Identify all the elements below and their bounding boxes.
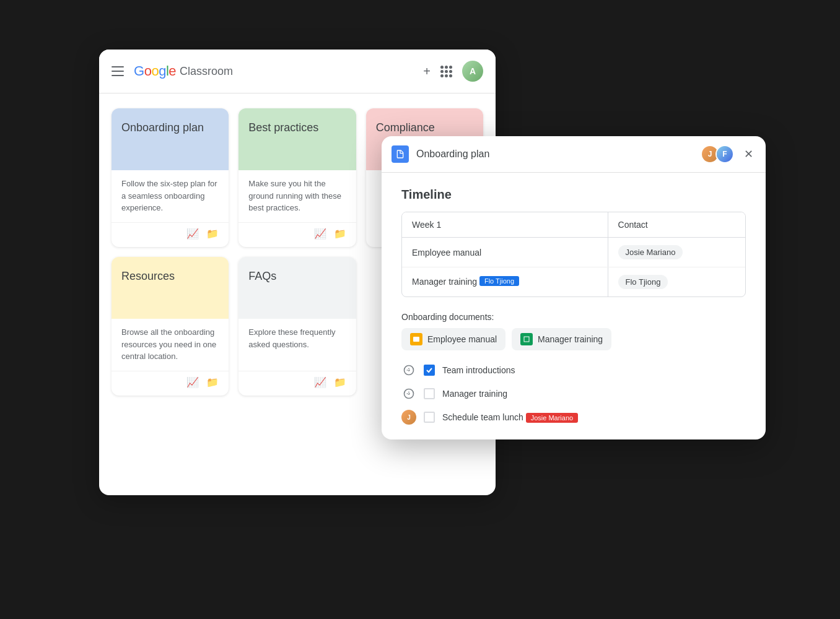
doc-panel-header: Onboarding plan J F ✕ (382, 136, 766, 173)
card-header-onboarding: Onboarding plan (112, 108, 229, 170)
folder-icon-2: 📁 (334, 228, 346, 240)
header-actions: + A (423, 61, 483, 82)
table-cell-week-2: Manager training Flo Tjiong (402, 267, 608, 297)
checklist-add-icon-2 (401, 386, 416, 401)
sheets-svg (523, 335, 530, 343)
checklist-text-1: Team introductions (442, 365, 515, 375)
card-footer-faqs: 📈 📁 (238, 371, 356, 396)
doc-collaborators: J F (701, 145, 734, 163)
card-header-best-practices: Best practices (238, 108, 356, 170)
doc-chips-container: Employee manual Manager training (401, 328, 746, 350)
app-brand-label: Classroom (180, 65, 233, 78)
docs-app-icon (392, 145, 409, 163)
onboarding-docs-label: Onboarding documents: (401, 312, 746, 322)
checklist-item-1: Team introductions (401, 363, 746, 378)
timeline-table: Week 1 Contact Employee manual Josie Mar… (401, 212, 746, 297)
card-body-resources: Browse all the onboarding resources you … (112, 319, 229, 371)
table-cell-contact-1: Josie Mariano (608, 238, 745, 267)
table-header-week: Week 1 (402, 212, 608, 238)
card-description-faqs: Explore these frequently asked questions… (248, 326, 346, 363)
user-avatar[interactable]: A (462, 61, 483, 82)
table-row: Manager training Flo Tjiong Flo Tjiong (402, 267, 745, 297)
table-header-contact: Contact (608, 212, 745, 238)
doc-chip-manager-training[interactable]: Manager training (512, 328, 611, 350)
trend-icon: 📈 (186, 228, 199, 240)
card-header-faqs: FAQs (238, 257, 356, 319)
card-body-best-practices: Make sure you hit the ground running wit… (238, 170, 356, 222)
folder-icon: 📁 (206, 228, 219, 240)
checklist-text-3: Schedule team lunch Josie Mariano (442, 412, 578, 423)
cursor-label-flo: Flo Tjiong (479, 276, 519, 286)
card-description-best-practices: Make sure you hit the ground running wit… (248, 178, 346, 215)
card-footer-resources: 📈 📁 (112, 371, 229, 396)
table-cell-contact-2: Flo Tjiong (608, 267, 745, 297)
card-title-best-practices: Best practices (248, 121, 346, 135)
card-title-onboarding: Onboarding plan (121, 121, 219, 135)
cursor-label-josie: Josie Mariano (526, 413, 578, 423)
card-best-practices[interactable]: Best practices Make sure you hit the gro… (238, 108, 356, 247)
grid-icon (440, 66, 452, 77)
folder-icon-4: 📁 (334, 376, 346, 388)
card-faqs[interactable]: FAQs Explore these frequently asked ques… (238, 257, 356, 396)
trend-icon-2: 📈 (314, 228, 326, 240)
checkbox-1[interactable] (424, 365, 435, 376)
card-description-onboarding: Follow the six-step plan for a seamless … (121, 178, 219, 215)
trend-icon-3: 📈 (186, 376, 199, 388)
classroom-header: Google Classroom + A (99, 50, 496, 93)
checklist-item-2: Manager training (401, 386, 746, 401)
apps-grid-button[interactable] (440, 66, 452, 77)
card-resources[interactable]: Resources Browse all the onboarding reso… (112, 257, 229, 396)
table-row: Employee manual Josie Mariano (402, 238, 745, 267)
slides-icon (410, 333, 422, 345)
trend-icon-4: 📈 (314, 376, 326, 388)
card-description-resources: Browse all the onboarding resources you … (121, 326, 219, 363)
doc-panel-title: Onboarding plan (416, 149, 693, 160)
checkmark-icon (426, 366, 433, 374)
card-title-faqs: FAQs (248, 269, 346, 284)
card-footer-onboarding: 📈 📁 (112, 222, 229, 247)
checkbox-3[interactable] (424, 412, 435, 423)
folder-icon-3: 📁 (206, 376, 219, 388)
contact-chip-josie: Josie Mariano (618, 245, 683, 259)
slides-svg (413, 335, 420, 343)
card-header-resources: Resources (112, 257, 229, 319)
add-button[interactable]: + (423, 64, 431, 79)
hamburger-icon[interactable] (112, 66, 124, 76)
close-button[interactable]: ✕ (742, 145, 756, 163)
table-cell-week-1: Employee manual (402, 238, 608, 267)
doc-chip-employee-manual[interactable]: Employee manual (401, 328, 505, 350)
doc-content: Timeline Week 1 Contact Employee manual (382, 173, 766, 439)
sheets-icon (520, 333, 533, 345)
checklist-item-3: J Schedule team lunch Josie Mariano (401, 410, 746, 425)
doc-chip-label-training: Manager training (538, 334, 603, 344)
svg-rect-0 (413, 337, 419, 342)
doc-panel: Onboarding plan J F ✕ Timeline Week 1 Co… (382, 136, 766, 439)
checkbox-2[interactable] (424, 388, 435, 399)
contact-chip-flo: Flo Tjiong (618, 275, 668, 289)
docs-svg-icon (395, 149, 405, 159)
checklist-text-2: Manager training (442, 389, 507, 399)
google-logo: Google (134, 63, 176, 79)
card-onboarding[interactable]: Onboarding plan Follow the six-step plan… (112, 108, 229, 247)
checklist-section: Team introductions Manager training J (401, 363, 746, 425)
card-body-faqs: Explore these frequently asked questions… (238, 319, 356, 371)
section-title-timeline: Timeline (401, 188, 746, 202)
checklist-avatar-3: J (401, 410, 416, 425)
card-footer-best-practices: 📈 📁 (238, 222, 356, 247)
collaborator-avatar-2: F (715, 145, 734, 163)
onboarding-docs-section: Onboarding documents: Employee manual (401, 312, 746, 350)
card-title-compliance: Compliance (376, 121, 473, 135)
card-title-resources: Resources (121, 269, 219, 284)
doc-chip-label-manual: Employee manual (427, 334, 497, 344)
card-body-onboarding: Follow the six-step plan for a seamless … (112, 170, 229, 222)
checklist-add-icon-1 (401, 363, 416, 378)
